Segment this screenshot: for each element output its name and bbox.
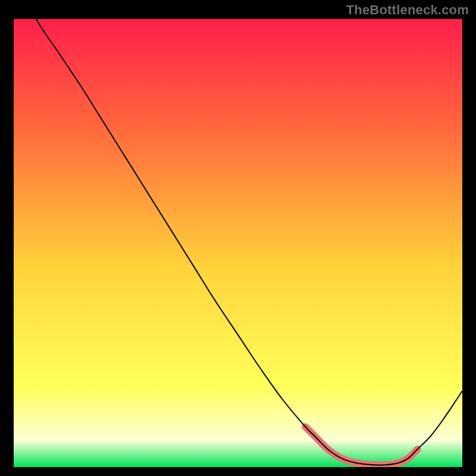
watermark-text: TheBottleneck.com bbox=[346, 2, 469, 18]
bottleneck-chart bbox=[14, 19, 462, 467]
chart-stage: TheBottleneck.com bbox=[0, 0, 476, 476]
